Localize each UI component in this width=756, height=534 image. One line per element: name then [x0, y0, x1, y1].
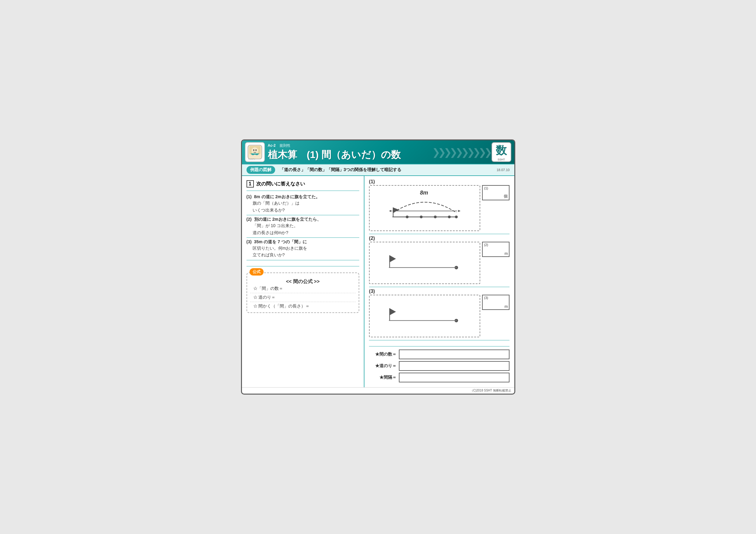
q1-text3: いくつ出来るか?	[247, 207, 359, 214]
svg-text:8m: 8m	[420, 190, 428, 196]
formula-row-2: ★道のり＝	[369, 361, 510, 371]
question-1-block: (1) 8m の道に 2mおきに旗を立てた。 旗の「間（あいだ）」は いくつ出来…	[247, 193, 359, 215]
q2-label: (2) 別の道に 2mおきに旗を立てたら、	[247, 217, 359, 222]
diagram-2-svg	[372, 245, 477, 280]
formula-badge: 公式	[250, 268, 263, 275]
diagram-3-box	[369, 295, 480, 337]
mascot-icon: スゴプリ (C)2018 SSHT	[247, 144, 263, 161]
svg-point-4	[256, 149, 256, 151]
formula-item-3: ☆ 間かく（「間」の長さ）＝	[250, 303, 356, 310]
diagram-2-container: (2)	[369, 236, 480, 286]
formula-star-label-3: ★間隔＝	[369, 375, 396, 380]
formula-title: << 間の公式 >>	[250, 276, 356, 285]
q1-label: (1) 8m の道に 2mおきに旗を立てた。	[247, 194, 359, 200]
section-title: 1 次の問いに答えなさい	[247, 179, 359, 189]
svg-marker-12	[393, 208, 399, 213]
formula-item-2: ☆ 道のり＝	[250, 294, 356, 301]
answer-box-2[interactable]: (2) m	[482, 242, 509, 257]
answer-2-area: (2) m	[482, 236, 509, 257]
formula-item-1: ☆「間」の数＝	[250, 285, 356, 292]
svg-marker-24	[390, 308, 396, 316]
section-number-box: 1	[247, 180, 254, 188]
q3-text3: 立てれば良いか?	[247, 251, 359, 258]
chevron-pattern: ❯❯❯❯❯❯❯❯❯❯	[432, 140, 490, 164]
svg-point-3	[253, 149, 255, 151]
diagram-3-svg	[372, 298, 477, 333]
formula-star-label-1: ★間の数＝	[369, 352, 396, 357]
sub-header: 例題の図解 「道の長さ」「間の数」「間隔」3つの関係を理解して暗記する 18.0…	[242, 164, 514, 176]
footer: （C)2018 SSHT 無断転載禁止	[242, 387, 514, 394]
formula-row-1: ★間の数＝	[369, 349, 510, 359]
formula-star-label-2: ★道のり＝	[369, 363, 396, 369]
svg-marker-9	[389, 210, 391, 212]
q2-text3: 道の長さは何mか?	[247, 229, 359, 236]
answer-3-area: (3) m	[482, 289, 509, 310]
left-column: 1 次の問いに答えなさい (1) 8m の道に 2mおきに旗を立てた。 旗の「間…	[242, 176, 364, 387]
q3-text2: 区切りたい。何mおきに旗を	[247, 245, 359, 251]
svg-text:スゴプリ: スゴプリ	[248, 158, 255, 161]
sub-header-description: 「道の長さ」「間の数」「間隔」3つの関係を理解して暗記する	[280, 167, 402, 173]
right-column: (1) 8m	[364, 176, 514, 387]
answer-box-3[interactable]: (3) m	[482, 295, 509, 310]
diagram-3-container: (3)	[369, 289, 480, 339]
bottom-formula-area: ★間の数＝ ★道のり＝ ★間隔＝	[369, 349, 510, 382]
header-icon-kanji: 数	[496, 143, 507, 158]
header-icon-label: SSHT	[498, 158, 505, 161]
header-icon-box: 数 SSHT	[492, 142, 511, 162]
formula-input-3[interactable]	[399, 373, 510, 382]
formula-input-1[interactable]	[399, 349, 510, 359]
question-3-block: (3) 35m の道を 7 つの「間」に 区切りたい。何mおきに旗を 立てれば良…	[247, 238, 359, 260]
answer-1-area: (1) 個	[482, 179, 509, 200]
date-text: 18.07.10	[497, 168, 510, 172]
svg-marker-10	[458, 210, 460, 212]
diagram-1-label: (1)	[369, 179, 480, 185]
formula-input-2[interactable]	[399, 361, 510, 371]
diagram-1-svg: 8m	[372, 188, 477, 227]
worksheet: スゴプリ (C)2018 SSHT Ac-2 規則性 植木算 (1) 間（あいだ…	[241, 140, 515, 394]
diagram-3-label: (3)	[369, 289, 480, 294]
svg-point-2	[251, 147, 258, 154]
main-content: 1 次の問いに答えなさい (1) 8m の道に 2mおきに旗を立てた。 旗の「間…	[242, 176, 514, 387]
diagram-2-label: (2)	[369, 236, 480, 241]
header: スゴプリ (C)2018 SSHT Ac-2 規則性 植木算 (1) 間（あいだ…	[242, 140, 514, 164]
formula-row-3: ★間隔＝	[369, 373, 510, 382]
svg-marker-20	[390, 255, 396, 263]
diagram-1-container: (1) 8m	[369, 179, 480, 233]
diagram-2-box	[369, 242, 480, 284]
formula-section: 公式 << 間の公式 >> ☆「間」の数＝ ☆ 道のり＝ ☆ 間かく（「間」の長…	[247, 272, 359, 313]
diagram-1-box: 8m	[369, 185, 480, 231]
question-2-block: (2) 別の道に 2mおきに旗を立てたら、 「間」が 10 コ出来た。 道の長さ…	[247, 215, 359, 238]
q1-text2: 旗の「間（あいだ）」は	[247, 200, 359, 206]
diagram-2-section: (2)	[369, 236, 510, 287]
reidai-badge: 例題の図解	[247, 166, 275, 174]
q2-text2: 「間」が 10 コ出来た。	[247, 222, 359, 229]
answer-box-1[interactable]: (1) 個	[482, 185, 509, 200]
diagram-1-section: (1) 8m	[369, 179, 510, 234]
q3-label: (3) 35m の道を 7 つの「間」に	[247, 239, 359, 245]
diagram-3-section: (3)	[369, 289, 510, 340]
mascot-box: スゴプリ (C)2018 SSHT	[245, 142, 265, 162]
